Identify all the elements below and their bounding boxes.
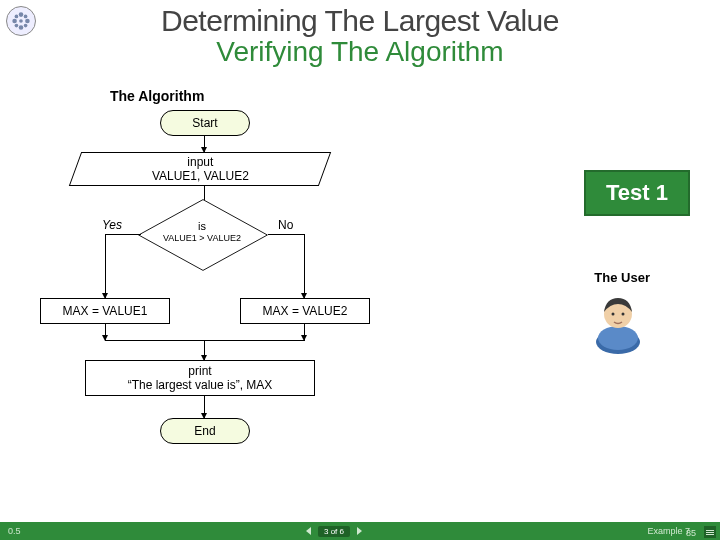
arrow	[204, 396, 205, 418]
prev-icon[interactable]	[304, 526, 314, 536]
flowchart: Start input VALUE1, VALUE2 is VALUE1 > V…	[20, 110, 440, 490]
arrow	[105, 234, 141, 235]
page-title: Determining The Largest Value	[0, 4, 720, 38]
flow-input-line1: input	[76, 155, 324, 169]
svg-marker-15	[357, 527, 362, 535]
arrow	[105, 234, 106, 298]
flow-input: input VALUE1, VALUE2	[69, 152, 331, 186]
test-badge: Test 1	[584, 170, 690, 216]
footer-version: 0.5	[8, 526, 21, 536]
svg-point-6	[24, 15, 28, 19]
svg-point-10	[598, 326, 638, 350]
decision-no-label: No	[278, 218, 293, 232]
footer-page: 85	[686, 528, 696, 538]
flow-assign-right: MAX = VALUE2	[240, 298, 370, 324]
svg-point-8	[24, 24, 28, 28]
flow-print-line2: “The largest value is”, MAX	[86, 378, 314, 392]
svg-marker-14	[306, 527, 311, 535]
arrow	[304, 234, 305, 298]
arrow	[204, 340, 205, 360]
section-heading: The Algorithm	[110, 88, 204, 104]
arrow	[304, 324, 305, 340]
flow-decision-line2: VALUE1 > VALUE2	[135, 232, 269, 244]
svg-point-5	[15, 15, 19, 19]
svg-point-3	[19, 25, 24, 30]
flow-start: Start	[160, 110, 250, 136]
footer-example: Example 7	[647, 526, 690, 536]
next-icon[interactable]	[354, 526, 364, 536]
arrow	[268, 234, 304, 235]
arrow	[204, 136, 205, 152]
footer-bar: 0.5 3 of 6 Example 7 85	[0, 522, 720, 540]
svg-point-2	[25, 19, 30, 24]
user-icon	[586, 290, 650, 354]
page-subtitle: Verifying The Algorithm	[0, 36, 720, 68]
svg-point-0	[19, 12, 24, 17]
arrow	[105, 340, 305, 341]
svg-point-13	[622, 313, 625, 316]
svg-point-4	[19, 19, 23, 23]
arrow	[105, 324, 106, 340]
flow-decision: is VALUE1 > VALUE2	[135, 204, 269, 264]
menu-icon[interactable]	[704, 526, 716, 538]
flow-end: End	[160, 418, 250, 444]
footer-progress: 3 of 6	[318, 526, 350, 537]
flow-print: print “The largest value is”, MAX	[85, 360, 315, 396]
svg-point-7	[15, 24, 19, 28]
user-label: The User	[594, 270, 650, 285]
decision-yes-label: Yes	[102, 218, 122, 232]
logo-icon	[6, 6, 36, 36]
svg-point-1	[12, 19, 17, 24]
svg-point-12	[612, 313, 615, 316]
flow-decision-line1: is	[135, 220, 269, 232]
flow-input-line2: VALUE1, VALUE2	[76, 169, 324, 183]
flow-print-line1: print	[86, 364, 314, 378]
flow-assign-left: MAX = VALUE1	[40, 298, 170, 324]
